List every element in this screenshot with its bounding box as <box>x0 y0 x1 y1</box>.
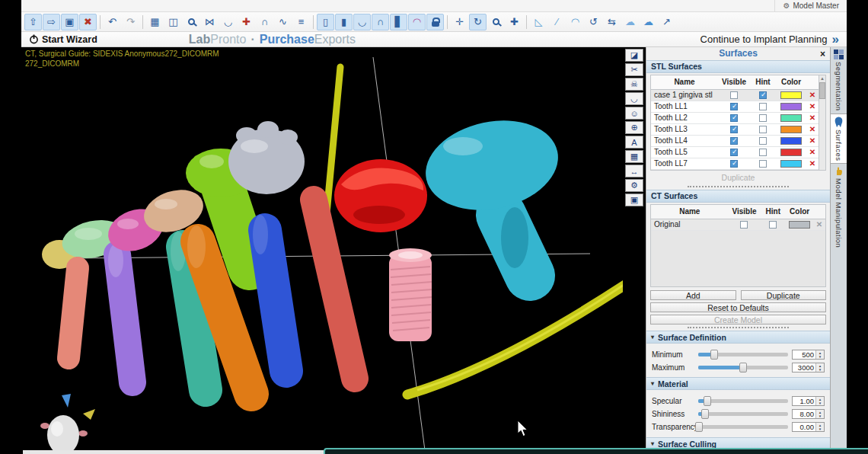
hint-checkbox[interactable] <box>759 160 767 168</box>
slider-handle[interactable] <box>695 422 703 432</box>
delete-surface-icon[interactable]: ✕ <box>806 114 819 122</box>
Tooth LL7[interactable]: Tooth LL7 ✕ <box>651 158 819 170</box>
slider-handle[interactable] <box>710 350 718 360</box>
delete-surface-icon[interactable]: ✕ <box>806 91 819 99</box>
visible-checkbox[interactable] <box>730 126 738 133</box>
col-name[interactable]: Name <box>651 78 718 86</box>
ruler-button[interactable]: ∕ <box>548 14 566 30</box>
tab-model-manipulation[interactable]: Model Manipulation <box>831 164 847 250</box>
slider-track[interactable] <box>698 353 788 356</box>
Tooth LL1[interactable]: Tooth LL1 ✕ <box>651 101 819 113</box>
delete-surface-icon[interactable]: ✕ <box>806 136 819 145</box>
tab-surfaces[interactable]: Surfaces <box>831 114 847 165</box>
redo-button[interactable]: ↷ <box>122 14 139 30</box>
col-name[interactable]: Name <box>651 207 729 216</box>
color-swatch[interactable] <box>780 126 802 133</box>
case 1 gingiva stl[interactable]: case 1 gingiva stl ✕ <box>651 90 819 101</box>
add-gum-button[interactable]: ✚ <box>238 14 255 30</box>
lock-button[interactable] <box>426 14 444 30</box>
col-hint[interactable]: Hint <box>750 78 776 86</box>
delete-button[interactable]: ✖ <box>79 14 97 30</box>
slider-handle[interactable] <box>704 396 711 406</box>
splitter-handle[interactable] <box>688 327 789 328</box>
step-down-icon[interactable]: ▾ <box>819 355 822 359</box>
visible-checkbox[interactable] <box>740 221 748 229</box>
articulator-button[interactable]: ⋈ <box>201 14 219 30</box>
color-swatch[interactable] <box>780 103 802 110</box>
value-spinbox[interactable]: 1.00 ▴▾ <box>792 396 825 406</box>
delete-surface-icon[interactable]: ✕ <box>806 159 819 168</box>
Tooth LL5[interactable]: Tooth LL5 ✕ <box>651 147 819 158</box>
reset-to-defaults-button[interactable]: Reset to Defaults <box>650 302 826 312</box>
value-spinbox[interactable]: 0.00 ▴▾ <box>792 422 825 432</box>
spinbox-steppers[interactable]: ▴▾ <box>815 423 824 431</box>
col-color[interactable]: Color <box>786 207 813 216</box>
save-project-button[interactable]: ▣ <box>61 14 78 30</box>
spinbox-steppers[interactable]: ▴▾ <box>815 363 824 372</box>
compare-button[interactable]: ⇆ <box>603 14 621 30</box>
value-spinbox[interactable]: 500 ▴▾ <box>792 350 825 360</box>
color-swatch[interactable] <box>780 114 802 122</box>
continue-to-implant-planning-button[interactable]: Continue to Implant Planning » <box>700 33 839 46</box>
color-swatch[interactable] <box>780 137 802 145</box>
spinbox-value[interactable]: 0.00 <box>793 423 815 431</box>
stl-surfaces-header[interactable]: STL Surfaces <box>646 60 830 73</box>
scan-body-button[interactable]: ▋ <box>390 14 407 30</box>
start-wizard-button[interactable]: Start Wizard <box>29 34 97 45</box>
tab-segmentation[interactable]: Segmentation <box>831 47 847 114</box>
hint-checkbox[interactable] <box>759 126 767 133</box>
panel-layout-button[interactable]: ▦ <box>146 14 164 30</box>
hint-checkbox[interactable] <box>769 221 777 229</box>
purchase-exports-logo[interactable]: PurchaseExports <box>260 33 356 46</box>
protractor-button[interactable]: ◠ <box>566 14 584 30</box>
list-settings-button[interactable]: ≡ <box>292 14 310 30</box>
import-case-button[interactable]: ⇧ <box>24 14 42 30</box>
visible-checkbox[interactable] <box>730 149 738 156</box>
scroll-thumb[interactable] <box>819 82 825 99</box>
pan-button[interactable]: ✚ <box>506 14 523 30</box>
skull-button[interactable]: ☠ <box>625 78 643 91</box>
abutment-button[interactable]: ▮ <box>335 14 353 30</box>
slider-track[interactable] <box>698 399 788 403</box>
viewport-3d[interactable]: CT, Surgical Guide: SIDEXIS Anonymous272… <box>21 47 646 450</box>
camera-button[interactable]: ▣ <box>625 193 643 206</box>
stl-table-scrollbar[interactable]: ▲ <box>819 75 825 170</box>
delete-surface-icon[interactable]: ✕ <box>806 148 819 156</box>
color-swatch[interactable] <box>780 149 802 156</box>
visible-checkbox[interactable] <box>730 91 738 99</box>
hint-checkbox[interactable] <box>759 149 767 156</box>
delete-surface-icon[interactable]: ✕ <box>813 220 825 229</box>
hint-checkbox[interactable] <box>759 137 767 145</box>
Tooth LL3[interactable]: Tooth LL3 ✕ <box>651 124 819 136</box>
col-visible[interactable]: Visible <box>718 78 750 86</box>
add-tooth-button[interactable]: ∩ <box>256 14 273 30</box>
labpronto-logo[interactable]: LabPronto <box>189 33 247 46</box>
magnifier-button[interactable] <box>183 14 200 30</box>
cloud-upload-button[interactable]: ☁ <box>640 14 657 30</box>
expand-button[interactable]: ↗ <box>658 14 675 30</box>
spiral-button[interactable]: ↺ <box>585 14 602 30</box>
profile-chart-button[interactable]: ◺ <box>530 14 547 30</box>
value-spinbox[interactable]: 3000 ▴▾ <box>792 363 825 372</box>
target-button[interactable]: ⊕ <box>625 121 643 134</box>
spinbox-steppers[interactable]: ▴▾ <box>815 410 824 418</box>
slider-handle[interactable] <box>739 363 747 372</box>
patient-photo-button[interactable]: ☺ <box>625 107 643 120</box>
visible-checkbox[interactable] <box>730 114 738 122</box>
spinbox-value[interactable]: 500 <box>793 350 815 359</box>
spinbox-steppers[interactable]: ▴▾ <box>815 397 824 405</box>
add-button[interactable]: Add <box>650 290 736 300</box>
axes-button[interactable]: ✛ <box>451 14 468 30</box>
Tooth LL2[interactable]: Tooth LL2 ✕ <box>651 113 819 124</box>
visible-checkbox[interactable] <box>730 137 738 145</box>
spinbox-steppers[interactable]: ▴▾ <box>815 350 824 359</box>
color-swatch[interactable] <box>780 160 802 168</box>
ct-surfaces-header[interactable]: CT Surfaces <box>646 190 830 203</box>
orientation-head-widget[interactable] <box>40 394 95 450</box>
hint-checkbox[interactable] <box>759 103 767 110</box>
visible-checkbox[interactable] <box>730 103 738 110</box>
spinbox-value[interactable]: 3000 <box>793 363 815 372</box>
duplicate-button[interactable]: Duplicate <box>741 290 827 300</box>
stl-duplicate-button[interactable]: Duplicate <box>646 173 830 182</box>
scroll-up-icon[interactable]: ▲ <box>820 75 825 82</box>
